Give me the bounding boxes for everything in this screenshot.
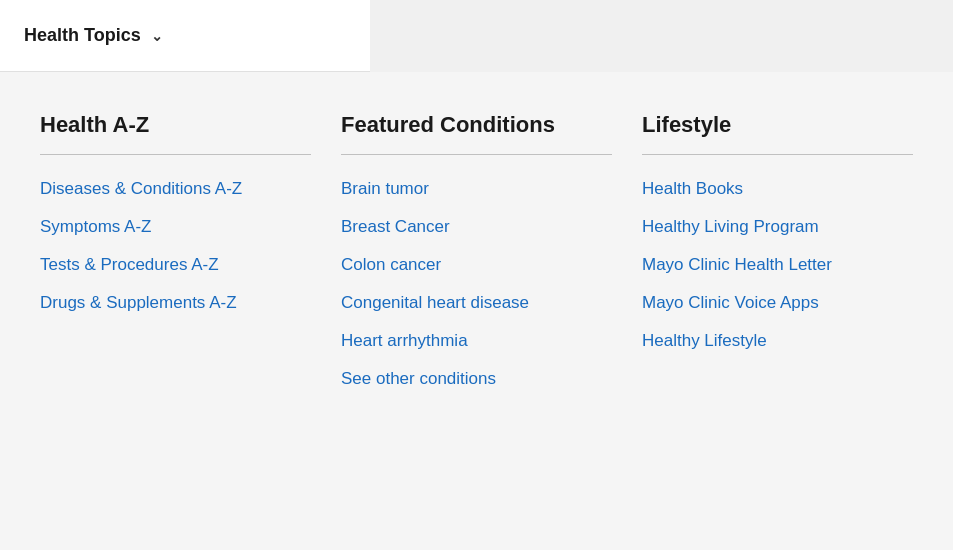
column-lifestyle: LifestyleHealth BooksHealthy Living Prog… <box>642 112 913 510</box>
nav-link-item[interactable]: Symptoms A-Z <box>40 217 311 237</box>
nav-link-item[interactable]: Mayo Clinic Voice Apps <box>642 293 913 313</box>
health-topics-label: Health Topics <box>24 25 141 46</box>
nav-link-item[interactable]: Tests & Procedures A-Z <box>40 255 311 275</box>
divider-health-az <box>40 154 311 155</box>
column-health-az: Health A-ZDiseases & Conditions A-ZSympt… <box>40 112 341 510</box>
nav-link-item[interactable]: Congenital heart disease <box>341 293 612 313</box>
nav-link-item[interactable]: See other conditions <box>341 369 612 389</box>
column-header-lifestyle: Lifestyle <box>642 112 913 138</box>
nav-link-item[interactable]: Colon cancer <box>341 255 612 275</box>
top-bar: Health Topics ⌄ <box>0 0 370 72</box>
nav-link-item[interactable]: Breast Cancer <box>341 217 612 237</box>
chevron-down-icon: ⌄ <box>151 28 163 44</box>
column-featured-conditions: Featured ConditionsBrain tumorBreast Can… <box>341 112 642 510</box>
nav-link-item[interactable]: Diseases & Conditions A-Z <box>40 179 311 199</box>
health-topics-button[interactable]: Health Topics ⌄ <box>24 25 163 46</box>
nav-link-item[interactable]: Heart arrhythmia <box>341 331 612 351</box>
nav-link-item[interactable]: Drugs & Supplements A-Z <box>40 293 311 313</box>
nav-link-item[interactable]: Healthy Lifestyle <box>642 331 913 351</box>
column-header-featured-conditions: Featured Conditions <box>341 112 612 138</box>
column-header-health-az: Health A-Z <box>40 112 311 138</box>
nav-link-item[interactable]: Health Books <box>642 179 913 199</box>
divider-lifestyle <box>642 154 913 155</box>
dropdown-panel: Health A-ZDiseases & Conditions A-ZSympt… <box>0 72 953 550</box>
nav-link-item[interactable]: Brain tumor <box>341 179 612 199</box>
nav-link-item[interactable]: Mayo Clinic Health Letter <box>642 255 913 275</box>
nav-link-item[interactable]: Healthy Living Program <box>642 217 913 237</box>
divider-featured-conditions <box>341 154 612 155</box>
